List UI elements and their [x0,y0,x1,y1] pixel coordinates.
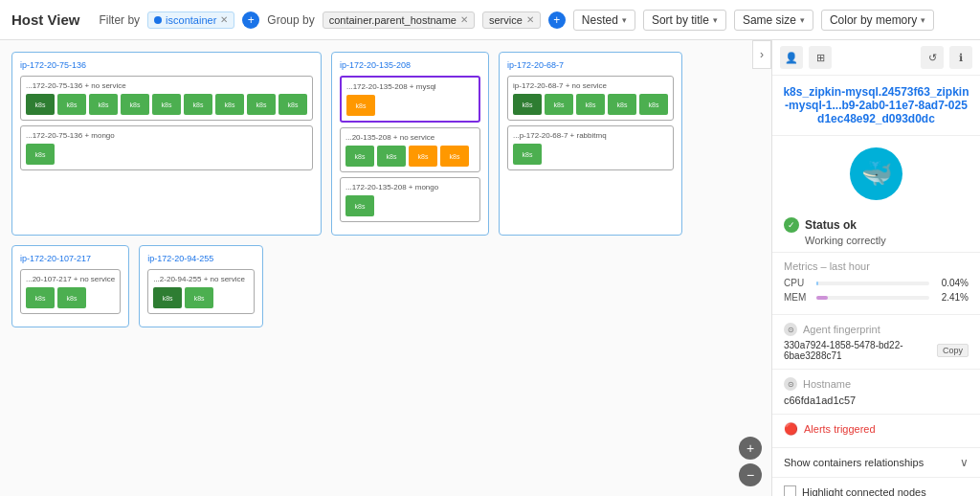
container-grid-5-1: k8s k8s [153,287,249,308]
panel-icon-person[interactable]: 👤 [780,46,803,69]
app-header: Host View Filter by iscontainer ✕ + Grou… [0,0,980,40]
group-2-2: ...20-135-208 + no service k8s k8s k8s k… [340,127,480,172]
alerts-label: Alerts triggered [804,423,876,435]
container-grid-3-2: k8s [513,144,668,165]
host-box-4[interactable]: ip-172-20-107-217 ...20-107-217 + no ser… [11,245,129,327]
hostname-title-row: ⊙ Hostname [784,377,969,391]
mem-value: 2.41% [935,292,969,303]
host-box-5[interactable]: ip-172-20-94-255 ...2-20-94-255 + no ser… [139,245,263,327]
container-block[interactable]: k8s [409,146,437,167]
size-dropdown[interactable]: Same size ▾ [734,10,813,31]
fingerprint-value-row: 330a7924-1858-5478-bd22-6bae3288c71 Copy [784,340,969,361]
group-1-2: ...172-20-75-136 + mongo k8s [20,125,313,170]
container-block[interactable]: k8s [278,94,307,115]
container-block[interactable]: k8s [345,146,374,167]
highlight-checkbox[interactable] [784,485,796,496]
zoom-in-button[interactable]: + [739,437,762,460]
group-label-4-1: ...20-107-217 + no service [26,275,115,283]
sort-dropdown[interactable]: Sort by title ▾ [643,10,726,31]
highlight-section[interactable]: Highlight connected nodes [772,478,980,496]
docker-whale-icon: 🐳 [861,159,892,189]
group-label: Group by [267,13,314,27]
hostname-icon: ⊙ [784,377,797,391]
fingerprint-title: Agent fingerprint [803,324,880,335]
host-box-3[interactable]: ip-172-20-68-7 ip-172-20-68-7 + no servi… [499,52,682,236]
host-box-1[interactable]: ip-172-20-75-136 ...172-20-75-136 + no s… [11,52,322,236]
relationships-row: Show containers relationships ∨ [784,456,969,469]
container-block[interactable]: k8s [121,94,149,115]
container-block[interactable]: k8s [26,94,55,115]
group-label-3-1: ip-172-20-68-7 + no service [513,81,668,90]
container-block[interactable]: k8s [89,94,118,115]
container-block[interactable]: k8s [153,287,182,308]
zoom-out-button[interactable]: − [739,463,762,486]
panel-icon-back[interactable]: ↺ [921,46,944,69]
container-block[interactable]: k8s [247,94,276,115]
container-block[interactable]: k8s [513,94,542,115]
container-block[interactable]: k8s [576,94,605,115]
container-block[interactable]: k8s [215,94,244,115]
container-grid-1-1: k8s k8s k8s k8s k8s k8s k8s k8s k8s [26,94,307,115]
container-block[interactable]: k8s [26,144,55,165]
relationships-section[interactable]: Show containers relationships ∨ [772,448,980,478]
canvas-area[interactable]: ip-172-20-75-136 ...172-20-75-136 + no s… [0,40,771,496]
container-block[interactable]: k8s [184,94,212,115]
mem-metric-row: MEM 2.41% [784,292,969,303]
host-label-1: ip-172-20-75-136 [20,60,313,70]
group-3-1: ip-172-20-68-7 + no service k8s k8s k8s … [507,76,674,121]
container-block[interactable]: k8s [440,146,469,167]
group-tag-hostname[interactable]: container.parent_hostname ✕ [323,11,475,29]
group-tag-hostname-label: container.parent_hostname [329,14,457,26]
container-block[interactable]: k8s [57,94,86,115]
add-group-button[interactable]: + [548,11,566,29]
add-filter-button[interactable]: + [242,11,259,29]
panel-icon-info[interactable]: ℹ [949,46,972,69]
container-block[interactable]: k8s [185,287,213,308]
container-block[interactable]: k8s [346,95,375,116]
main-content: ip-172-20-75-136 ...172-20-75-136 + no s… [0,40,980,496]
color-dropdown[interactable]: Color by memory ▾ [821,10,934,31]
alerts-section[interactable]: 🔴 Alerts triggered [772,415,980,448]
fingerprint-icon: ⊙ [784,323,797,336]
group-tag-service-label: service [489,14,523,26]
cpu-metric-row: CPU 0.04% [784,278,969,288]
container-block[interactable]: k8s [513,144,542,165]
container-block[interactable]: k8s [377,146,406,167]
filter-tag-close[interactable]: ✕ [220,14,228,25]
host-box-2[interactable]: ip-172-20-135-208 ...172-20-135-208 + my… [331,52,489,236]
container-block[interactable]: k8s [345,195,374,216]
container-block[interactable]: k8s [545,94,573,115]
group-tag-service[interactable]: service ✕ [482,11,541,29]
panel-collapse-button[interactable]: › [752,40,771,69]
size-chevron-icon: ▾ [800,15,805,25]
hostname-title: Hostname [803,378,851,390]
host-label-4: ip-172-20-107-217 [20,254,121,263]
nested-dropdown[interactable]: Nested ▾ [573,10,635,31]
filter-tag-iscontainer[interactable]: iscontainer ✕ [147,11,234,29]
group-5-1: ...2-20-94-255 + no service k8s k8s [147,269,255,314]
group-label-5-1: ...2-20-94-255 + no service [153,275,249,283]
container-grid-3-1: k8s k8s k8s k8s k8s [513,94,668,115]
color-chevron-icon: ▾ [921,15,925,25]
alerts-row: 🔴 Alerts triggered [784,422,969,436]
container-block[interactable]: k8s [152,94,181,115]
hostname-value: c66fda1ad1c57 [784,395,969,406]
container-block[interactable]: k8s [57,287,86,308]
group-tag-service-close[interactable]: ✕ [526,14,534,25]
relationships-label: Show containers relationships [784,457,924,468]
cpu-label: CPU [784,278,811,288]
group-label-2-1: ...172-20-135-208 + mysql [346,82,474,91]
relationships-expand-icon[interactable]: ∨ [960,456,969,469]
container-block[interactable]: k8s [639,94,668,115]
container-block[interactable]: k8s [26,287,55,308]
copy-fingerprint-button[interactable]: Copy [937,344,969,357]
group-2-1: ...172-20-135-208 + mysql k8s [340,76,480,123]
panel-container-title: k8s_zipkin-mysql.24573f63_zipkin-mysql-1… [782,85,970,125]
status-desc: Working correctly [805,235,969,246]
panel-title-section: k8s_zipkin-mysql.24573f63_zipkin-mysql-1… [772,76,980,136]
docker-icon: 🐳 [850,147,902,200]
container-block[interactable]: k8s [608,94,636,115]
panel-icon-grid[interactable]: ⊞ [809,46,832,69]
status-label: Status ok [805,218,857,232]
group-tag-hostname-close[interactable]: ✕ [460,14,468,25]
